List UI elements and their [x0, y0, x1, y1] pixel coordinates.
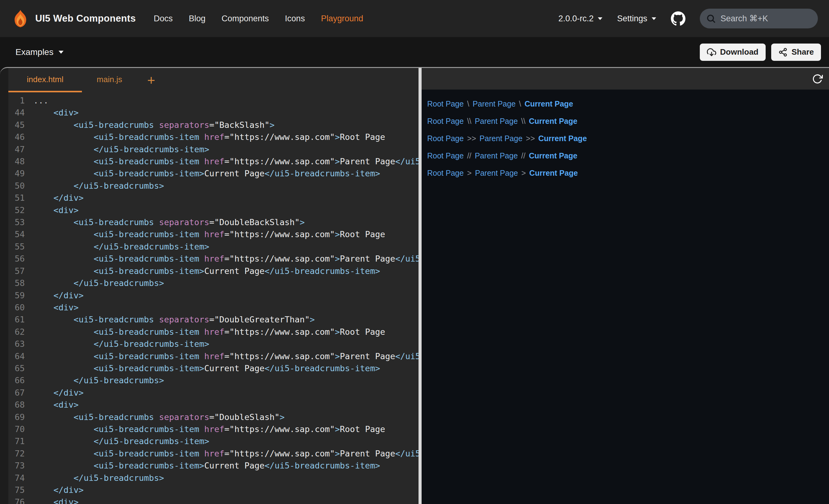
- nav-link-playground[interactable]: Playground: [321, 14, 363, 24]
- code-editor-panel: index.html main.js + 1...44 <div>45 <ui5…: [8, 68, 419, 504]
- breadcrumb-link[interactable]: Parent Page: [475, 117, 518, 126]
- nav-link-components[interactable]: Components: [222, 14, 269, 24]
- breadcrumb-separator: //: [521, 151, 526, 160]
- version-dropdown[interactable]: 2.0.0-rc.2: [558, 14, 603, 24]
- line-number: 57: [8, 265, 25, 277]
- code-line: 45 <ui5-breadcrumbs separators="BackSlas…: [8, 119, 419, 131]
- code-line: 64 <ui5-breadcrumbs-item href="https://w…: [8, 350, 419, 362]
- breadcrumb-link[interactable]: Root Page: [427, 151, 464, 160]
- line-number: 45: [8, 119, 25, 131]
- breadcrumbs-row: Root Page>Parent Page>Current Page: [427, 164, 829, 182]
- split-resize-handle[interactable]: [419, 68, 422, 504]
- line-number: 46: [8, 131, 25, 143]
- line-number: 68: [8, 399, 25, 411]
- line-number: 64: [8, 350, 25, 362]
- tab-index-html[interactable]: index.html: [8, 68, 82, 92]
- code-line: 71 </ui5-breadcrumbs-item>: [8, 435, 419, 447]
- line-number: 70: [8, 423, 25, 435]
- code-line: 44 <div>: [8, 107, 419, 119]
- share-icon: [778, 47, 788, 57]
- breadcrumb-link[interactable]: Root Page: [427, 100, 464, 108]
- breadcrumbs-row: Root Page\Parent Page\Current Page: [427, 95, 829, 112]
- breadcrumb-link[interactable]: Parent Page: [479, 134, 522, 143]
- line-number: 44: [8, 107, 25, 119]
- navbar-right: 2.0.0-rc.2 Settings Search ⌘+K: [558, 9, 818, 29]
- search-placeholder: Search ⌘+K: [721, 13, 768, 24]
- brand-home-link[interactable]: UI5 Web Components: [11, 9, 136, 28]
- line-number: 55: [8, 241, 25, 253]
- breadcrumb-separator: >>: [526, 134, 535, 143]
- editor-tabbar: index.html main.js +: [8, 68, 419, 92]
- breadcrumb-link[interactable]: Root Page: [427, 117, 464, 126]
- settings-dropdown[interactable]: Settings: [617, 14, 656, 24]
- breadcrumb-link[interactable]: Parent Page: [473, 100, 515, 108]
- line-number: 48: [8, 155, 25, 167]
- code-line: 62 <ui5-breadcrumbs-item href="https://w…: [8, 326, 419, 338]
- line-number: 59: [8, 289, 25, 301]
- code-line: 75 </div>: [8, 484, 419, 496]
- breadcrumb-separator: \\: [521, 117, 526, 126]
- line-number: 51: [8, 192, 25, 204]
- playground-workspace: index.html main.js + 1...44 <div>45 <ui5…: [0, 67, 829, 504]
- code-line: 66 </ui5-breadcrumbs>: [8, 374, 419, 386]
- code-line: 49 <ui5-breadcrumbs-item>Current Page</u…: [8, 167, 419, 180]
- share-button[interactable]: Share: [771, 44, 821, 61]
- nav-link-docs[interactable]: Docs: [154, 14, 173, 24]
- line-number: 58: [8, 277, 25, 289]
- breadcrumb-separator: \\: [467, 117, 471, 126]
- breadcrumbs-row: Root Page\\Parent Page\\Current Page: [427, 112, 829, 130]
- search-input[interactable]: Search ⌘+K: [700, 9, 818, 29]
- line-number: 49: [8, 167, 25, 180]
- line-number: 66: [8, 374, 25, 386]
- code-line: 48 <ui5-breadcrumbs-item href="https://w…: [8, 155, 419, 167]
- download-button[interactable]: Download: [700, 44, 766, 61]
- breadcrumbs-row: Root Page>>Parent Page>>Current Page: [427, 130, 829, 147]
- breadcrumb-separator: >>: [467, 134, 476, 143]
- line-number: 61: [8, 313, 25, 325]
- code-line: 73 <ui5-breadcrumbs-item>Current Page</u…: [8, 460, 419, 472]
- add-file-button[interactable]: +: [137, 68, 166, 92]
- brand-title: UI5 Web Components: [35, 13, 136, 24]
- breadcrumb-link[interactable]: Root Page: [427, 169, 464, 178]
- line-number: 47: [8, 143, 25, 155]
- github-icon[interactable]: [671, 11, 686, 26]
- breadcrumbs-row: Root Page//Parent Page//Current Page: [427, 147, 829, 164]
- line-number: 67: [8, 387, 25, 399]
- code-line: 70 <ui5-breadcrumbs-item href="https://w…: [8, 423, 419, 435]
- download-cloud-icon: [707, 47, 716, 57]
- code-line: 58 </ui5-breadcrumbs>: [8, 277, 419, 289]
- preview-toolbar: [422, 68, 829, 89]
- line-number: 52: [8, 204, 25, 216]
- chevron-down-icon: [598, 17, 603, 21]
- breadcrumb-separator: //: [467, 151, 471, 160]
- tab-main-js[interactable]: main.js: [82, 68, 137, 92]
- line-number: 54: [8, 228, 25, 240]
- code-line: 54 <ui5-breadcrumbs-item href="https://w…: [8, 228, 419, 240]
- breadcrumb-current-page: Current Page: [529, 169, 578, 178]
- line-number: 75: [8, 484, 25, 496]
- refresh-icon[interactable]: [812, 74, 823, 84]
- line-number: 73: [8, 460, 25, 472]
- breadcrumb-link[interactable]: Parent Page: [475, 169, 518, 178]
- code-line: 59 </div>: [8, 289, 419, 301]
- chevron-down-icon: [651, 17, 656, 21]
- examples-dropdown[interactable]: Examples: [15, 47, 64, 57]
- breadcrumb-link[interactable]: Root Page: [427, 134, 464, 143]
- breadcrumb-link[interactable]: Parent Page: [475, 151, 518, 160]
- code-line: 69 <ui5-breadcrumbs separators="DoubleSl…: [8, 411, 419, 423]
- line-number: 69: [8, 411, 25, 423]
- code-line: 50 </ui5-breadcrumbs>: [8, 180, 419, 192]
- nav-link-blog[interactable]: Blog: [189, 14, 206, 24]
- breadcrumb-separator: \: [519, 100, 521, 108]
- code-line: 53 <ui5-breadcrumbs separators="DoubleBa…: [8, 216, 419, 228]
- code-line: 74 </ui5-breadcrumbs>: [8, 472, 419, 484]
- code-area[interactable]: 1...44 <div>45 <ui5-breadcrumbs separato…: [8, 92, 419, 504]
- code-line: 72 <ui5-breadcrumbs-item href="https://w…: [8, 448, 419, 460]
- main-nav: DocsBlogComponentsIconsPlayground: [154, 14, 363, 24]
- nav-link-icons[interactable]: Icons: [285, 14, 305, 24]
- code-line: 47 </ui5-breadcrumbs-item>: [8, 143, 419, 155]
- breadcrumb-separator: >: [521, 169, 526, 178]
- code-line: 1...: [8, 94, 419, 107]
- ui5-flame-logo-icon: [11, 9, 30, 28]
- code-line: 46 <ui5-breadcrumbs-item href="https://w…: [8, 131, 419, 143]
